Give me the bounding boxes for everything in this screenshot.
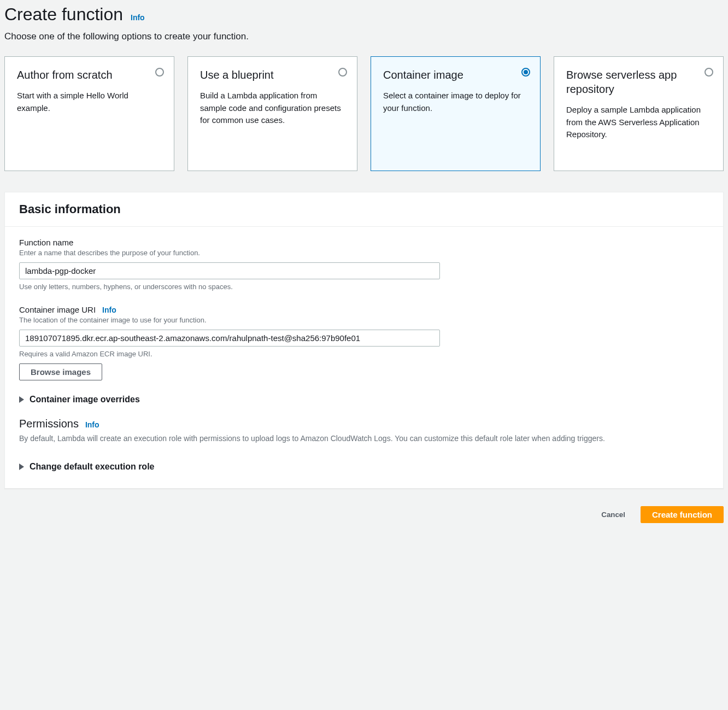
container-uri-label: Container image URI: [19, 305, 96, 314]
container-uri-input[interactable]: [19, 330, 440, 347]
permissions-desc: By default, Lambda will create an execut…: [19, 433, 709, 444]
cancel-button[interactable]: Cancel: [591, 506, 635, 523]
container-overrides-expander[interactable]: Container image overrides: [19, 395, 709, 404]
option-title: Use a blueprint: [200, 68, 332, 82]
function-name-desc: Enter a name that describes the purpose …: [19, 248, 709, 258]
page-title: Create function: [4, 4, 123, 25]
caret-right-icon: [19, 396, 24, 403]
expander-label: Container image overrides: [30, 395, 140, 404]
basic-information-panel: Basic information Function name Enter a …: [4, 192, 724, 489]
option-desc: Select a container image to deploy for y…: [383, 90, 528, 114]
permissions-title: Permissions: [19, 418, 79, 430]
option-title: Container image: [383, 68, 515, 82]
create-function-button[interactable]: Create function: [641, 506, 724, 523]
function-name-group: Function name Enter a name that describe…: [19, 238, 709, 291]
option-container-image[interactable]: Container image Select a container image…: [371, 56, 541, 171]
option-title: Author from scratch: [17, 68, 149, 82]
footer-actions: Cancel Create function: [4, 504, 724, 527]
option-browse-serverless[interactable]: Browse serverless app repository Deploy …: [554, 56, 724, 171]
container-uri-group: Container image URI Info The location of…: [19, 305, 709, 380]
panel-title: Basic information: [19, 202, 709, 216]
browse-images-button[interactable]: Browse images: [19, 363, 102, 380]
function-name-label: Function name: [19, 238, 709, 247]
expander-label: Change default execution role: [30, 462, 154, 472]
option-use-blueprint[interactable]: Use a blueprint Build a Lambda applicati…: [187, 56, 357, 171]
execution-role-expander[interactable]: Change default execution role: [19, 462, 709, 472]
radio-icon: [155, 68, 164, 77]
option-desc: Start with a simple Hello World example.: [17, 90, 162, 114]
container-uri-desc: The location of the container image to u…: [19, 315, 709, 325]
radio-icon: [338, 68, 347, 77]
info-link-permissions[interactable]: Info: [85, 420, 99, 429]
caret-right-icon: [19, 463, 24, 470]
function-name-input[interactable]: [19, 262, 440, 279]
page-subtitle: Choose one of the following options to c…: [4, 31, 724, 42]
option-desc: Build a Lambda application from sample c…: [200, 90, 345, 127]
creation-options: Author from scratch Start with a simple …: [4, 56, 724, 171]
info-link-header[interactable]: Info: [131, 13, 145, 22]
option-author-from-scratch[interactable]: Author from scratch Start with a simple …: [4, 56, 174, 171]
radio-icon: [521, 68, 530, 77]
option-desc: Deploy a sample Lambda application from …: [566, 104, 711, 141]
container-uri-hint: Requires a valid Amazon ECR image URI.: [19, 350, 709, 358]
info-link-container-uri[interactable]: Info: [102, 306, 116, 314]
option-title: Browse serverless app repository: [566, 68, 698, 96]
radio-icon: [704, 68, 713, 77]
function-name-hint: Use only letters, numbers, hyphens, or u…: [19, 283, 709, 291]
